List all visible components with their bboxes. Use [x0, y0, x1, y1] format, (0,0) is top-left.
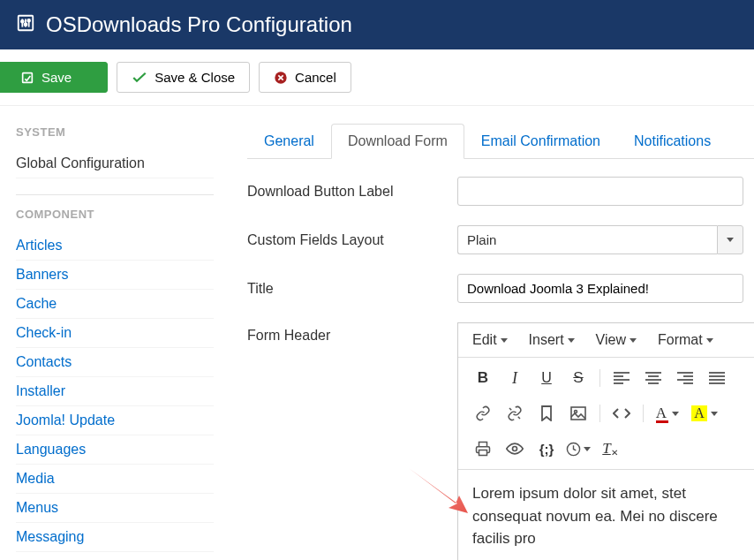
editor-menu-format[interactable]: Format — [658, 332, 713, 348]
action-toolbar: Save Save & Close Cancel — [0, 49, 754, 106]
editor-menu-insert[interactable]: Insert — [529, 332, 575, 348]
align-justify-icon[interactable] — [703, 365, 731, 391]
editor-menu-edit[interactable]: Edit — [472, 332, 508, 348]
wysiwyg-editor: Edit Insert View Format B I U S — [457, 322, 754, 560]
sidebar-item-contacts[interactable]: Contacts — [16, 348, 214, 377]
tab-general[interactable]: General — [247, 124, 331, 158]
svg-point-4 — [21, 20, 24, 23]
sidebar-item-media[interactable]: Media — [16, 465, 214, 494]
sidebar-item-messaging[interactable]: Messaging — [16, 523, 214, 552]
save-close-button[interactable]: Save & Close — [117, 62, 250, 93]
highlight-color-icon[interactable]: A — [688, 400, 721, 427]
image-icon[interactable] — [564, 400, 592, 427]
page-title: OSDownloads Pro Configuration — [46, 12, 352, 37]
sidebar-item-installer[interactable]: Installer — [16, 377, 214, 406]
tab-download-form[interactable]: Download Form — [331, 124, 464, 159]
bookmark-icon[interactable] — [532, 400, 561, 427]
align-left-icon[interactable] — [607, 365, 636, 391]
sidebar: SYSTEM Global Configuration COMPONENT Ar… — [0, 106, 230, 560]
sidebar-item-cache[interactable]: Cache — [16, 290, 214, 319]
settings-icon — [16, 13, 35, 36]
link-icon[interactable] — [469, 400, 497, 427]
tab-bar: General Download Form Email Confirmation… — [247, 124, 754, 159]
svg-rect-29 — [479, 450, 487, 456]
sidebar-item-joomla-update[interactable]: Joomla! Update — [16, 406, 214, 435]
underline-icon[interactable]: U — [532, 365, 561, 391]
print-icon[interactable] — [469, 435, 497, 462]
sidebar-item-menus[interactable]: Menus — [16, 494, 214, 523]
sidebar-item-articles[interactable]: Articles — [16, 231, 214, 261]
download-button-label-input[interactable] — [457, 177, 743, 206]
cancel-button[interactable]: Cancel — [259, 62, 351, 93]
custom-fields-layout-label: Custom Fields Layout — [247, 232, 457, 248]
sidebar-global-configuration[interactable]: Global Configuration — [16, 149, 214, 178]
editor-content-area[interactable]: Lorem ipsum dolor sit amet, stet consequ… — [458, 470, 754, 560]
text-color-icon[interactable]: A — [651, 400, 684, 427]
bold-icon[interactable]: B — [469, 365, 497, 391]
tab-notifications[interactable]: Notifications — [617, 124, 728, 158]
download-button-label-label: Download Button Label — [247, 184, 457, 200]
align-center-icon[interactable] — [639, 365, 667, 391]
page-header: OSDownloads Pro Configuration — [0, 0, 754, 49]
unlink-icon[interactable] — [501, 400, 529, 427]
custom-fields-layout-select[interactable]: Plain — [457, 225, 743, 254]
sidebar-item-checkin[interactable]: Check-in — [16, 319, 214, 348]
template-icon[interactable]: {;} — [532, 435, 561, 462]
editor-toolbar: B I U S A — [458, 358, 754, 470]
svg-line-25 — [509, 408, 511, 410]
clear-format-icon[interactable]: T✕ — [596, 435, 624, 462]
sidebar-system-heading: SYSTEM — [16, 125, 214, 139]
editor-menu-view[interactable]: View — [596, 332, 637, 348]
chevron-down-icon[interactable] — [717, 225, 743, 254]
form-header-label: Form Header — [247, 322, 457, 560]
save-button[interactable]: Save — [0, 62, 108, 93]
svg-point-5 — [25, 23, 27, 26]
code-icon[interactable] — [607, 400, 636, 427]
svg-point-6 — [27, 19, 30, 22]
sidebar-item-modules[interactable]: Modules — [16, 552, 214, 560]
svg-line-26 — [518, 417, 520, 419]
datetime-icon[interactable] — [564, 435, 592, 462]
align-right-icon[interactable] — [671, 365, 699, 391]
svg-point-30 — [513, 447, 517, 451]
sidebar-item-banners[interactable]: Banners — [16, 261, 214, 290]
tab-email-confirmation[interactable]: Email Confirmation — [464, 124, 617, 158]
strikethrough-icon[interactable]: S — [564, 365, 592, 391]
editor-menubar: Edit Insert View Format — [458, 323, 754, 358]
title-input[interactable] — [457, 274, 743, 303]
sidebar-component-heading: COMPONENT — [16, 208, 214, 221]
preview-icon[interactable] — [501, 435, 529, 462]
content-area: General Download Form Email Confirmation… — [230, 106, 754, 560]
italic-icon[interactable]: I — [501, 365, 529, 391]
sidebar-item-languages[interactable]: Languages — [16, 435, 214, 465]
title-label: Title — [247, 281, 457, 297]
